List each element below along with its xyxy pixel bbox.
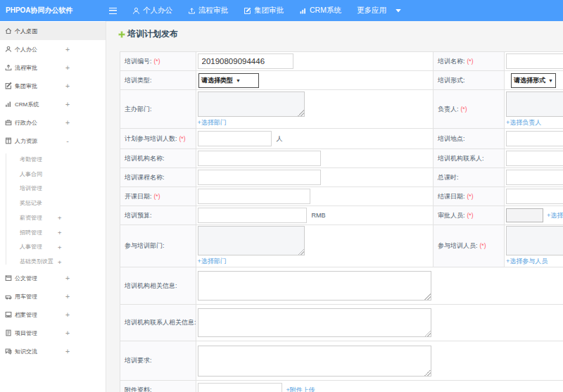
field-label: 培训机构相关信息: [125, 282, 177, 289]
sidebar-subitem-base-category[interactable]: 基础类别设置+ [0, 254, 106, 269]
nav-crm[interactable]: CRM系统 [299, 6, 341, 15]
row-training-no-name: 培训编号:(*) 培训名称:(*) [120, 52, 563, 71]
sidebar-item-desktop[interactable]: 个人桌面 [0, 22, 106, 40]
training-name-input[interactable] [506, 53, 563, 69]
flow-icon [5, 64, 12, 71]
sidebar-subitem-personnel[interactable]: 人事管理+ [0, 240, 106, 255]
sidebar-item-workflow-approval[interactable]: 流程审批+ [0, 58, 106, 77]
sidebar-item-archive[interactable]: 档案管理+ [0, 305, 106, 324]
field-label: 培训要求: [125, 357, 152, 364]
sidebar-subitem-salary[interactable]: 薪资管理+ [0, 210, 106, 225]
sidebar-item-hr[interactable]: 人力资源- [0, 132, 106, 150]
nav-personal-office[interactable]: 个人办公 [132, 6, 172, 15]
select-arrow-icon: ▼ [548, 78, 553, 83]
document-icon [5, 274, 12, 282]
car-icon [5, 293, 12, 300]
total-hours-input[interactable] [506, 170, 563, 185]
sidebar-subitem-training[interactable]: 培训管理 [0, 182, 106, 196]
field-label: 结课日期: [438, 193, 465, 200]
sidebar-item-crm[interactable]: CRM系统+ [0, 95, 106, 113]
nav-group-approval[interactable]: 集团审批 [243, 6, 284, 15]
sidebar-item-knowledge[interactable]: 知识交流+ [0, 342, 106, 360]
place-input[interactable] [506, 131, 563, 146]
field-label: 总课时: [438, 174, 459, 181]
attachment-upload-link[interactable]: +附件上传 [286, 386, 315, 392]
requirement-textarea[interactable] [198, 346, 431, 377]
page-title: 培训计划发布 [118, 28, 178, 40]
budget-input[interactable] [198, 208, 307, 223]
select-dept-link[interactable]: +选择部门 [198, 118, 434, 127]
field-label: 培训编号: [125, 58, 152, 65]
sidebar-item-admin-office[interactable]: 行政办公+ [0, 113, 106, 132]
select-leader-link[interactable]: +选择负责人 [506, 118, 563, 127]
org-name-input[interactable] [198, 151, 321, 166]
course-name-input[interactable] [198, 170, 321, 185]
book-icon [5, 137, 12, 144]
field-label: 培训机构联系人: [438, 155, 484, 162]
sidebar-item-group-approval[interactable]: 集团审批+ [0, 77, 106, 95]
row-hostdept-leader: 主办部门: +选择部门 负责人:(*) +选择负责人 [120, 90, 563, 129]
sidebar-subitem-attendance[interactable]: 考勤管理 [0, 152, 106, 167]
field-label: 审批人员: [438, 212, 465, 219]
contact-info-textarea[interactable] [198, 308, 431, 337]
org-contact-input[interactable] [506, 151, 563, 166]
field-label: 负责人: [438, 106, 459, 113]
training-plan-form: 培训编号:(*) 培训名称:(*) 培训类型: 请选择类型▼ 培训形式: 请选择… [120, 51, 563, 392]
approve-icon [243, 7, 251, 15]
row-startdate-enddate: 开课日期:(*) 结课日期:(*) [120, 187, 563, 206]
org-info-textarea[interactable] [198, 271, 431, 301]
sidebar-subitem-hr-contract[interactable]: 人事合同 [0, 167, 106, 182]
training-mode-select[interactable]: 请选择形式▼ [511, 73, 556, 88]
sidebar-item-project[interactable]: 项目管理+ [0, 324, 106, 342]
field-label: 培训形式: [438, 77, 465, 84]
row-contact-info: 培训机构联系人相关信息: [120, 305, 563, 341]
select-arrow-icon: ▼ [236, 78, 241, 83]
training-type-select[interactable]: 请选择类型▼ [198, 73, 259, 88]
field-label: 计划参与培训人数: [125, 135, 177, 142]
host-dept-textarea[interactable] [198, 91, 305, 117]
sidebar-item-personal-office[interactable]: 个人办公+ [0, 40, 106, 58]
sidebar-hr-submenu: 考勤管理 人事合同 培训管理 奖惩记录 薪资管理+ 招聘管理+ 人事管理+ 基础… [0, 150, 106, 269]
field-label: 培训地点: [438, 135, 465, 142]
nav-workflow-approval[interactable]: 流程审批 [188, 6, 228, 15]
training-no-input[interactable] [198, 53, 293, 69]
field-label: 参与培训部门: [125, 242, 165, 249]
field-label: 培训名称: [438, 58, 465, 65]
field-label: 培训机构联系人相关信息: [125, 319, 196, 326]
row-org-info: 培训机构相关信息: [120, 267, 563, 305]
field-label: 附件资料: [125, 386, 152, 392]
select-people-link[interactable]: +选择参与人员 [506, 257, 563, 266]
archive-icon [5, 311, 12, 318]
sidebar-item-vehicle[interactable]: 用车管理+ [0, 287, 106, 305]
approver-input[interactable] [506, 208, 543, 222]
planned-count-input[interactable] [198, 131, 272, 146]
notebook-icon [5, 329, 12, 336]
sidebar: 个人桌面 个人办公+ 流程审批+ 集团审批+ CRM系统+ 行政办公+ 人力资源… [0, 21, 106, 392]
hamburger-icon[interactable] [109, 8, 117, 14]
field-label: 培训预算: [125, 212, 152, 219]
row-orgname-orgcontact: 培训机构名称: 培训机构联系人: [120, 149, 563, 168]
select-approver-link[interactable]: +选择审批人员 [547, 211, 563, 220]
field-label: 培训类型: [125, 77, 152, 84]
sidebar-item-doc-mgmt[interactable]: 公文管理+ [0, 269, 106, 287]
select-dept-link[interactable]: +选择部门 [198, 257, 434, 266]
end-date-input[interactable] [506, 189, 563, 204]
home-icon [5, 27, 12, 34]
row-joindept-joinpeople: 参与培训部门: +选择部门 参与培训人员:(*) +选择参与人员 [120, 225, 563, 267]
row-course-hours: 培训课程名称: 总课时: [120, 168, 563, 187]
edit-icon [5, 82, 12, 89]
field-label: 开课日期: [125, 193, 152, 200]
sidebar-subitem-rewards[interactable]: 奖惩记录 [0, 196, 106, 210]
sidebar-subitem-recruit[interactable]: 招聘管理+ [0, 225, 106, 240]
join-dept-textarea[interactable] [198, 226, 305, 255]
leader-textarea[interactable] [506, 91, 563, 117]
attachment-input[interactable] [198, 383, 282, 392]
start-date-input[interactable] [198, 189, 310, 204]
nav-more-apps[interactable]: 更多应用 [357, 6, 401, 15]
caret-down-icon [396, 9, 401, 13]
user-icon [132, 7, 140, 15]
add-icon [118, 31, 125, 38]
flow-icon [188, 7, 196, 15]
chart-icon [5, 101, 12, 108]
join-people-textarea[interactable] [506, 226, 563, 255]
